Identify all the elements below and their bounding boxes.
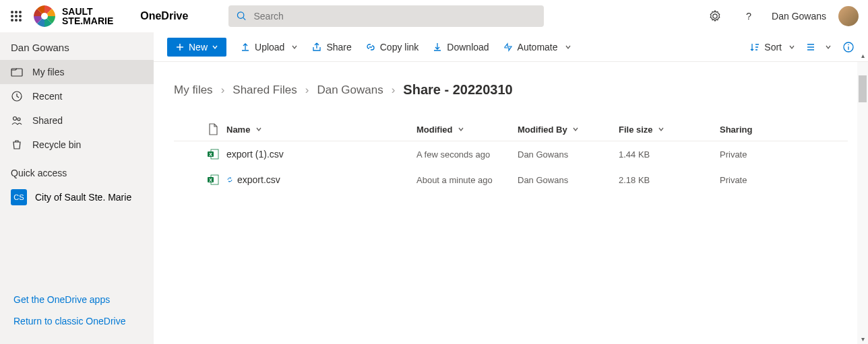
sidebar-item-recent[interactable]: Recent (0, 84, 154, 108)
column-header-name[interactable]: Name (225, 125, 416, 135)
breadcrumb-item[interactable]: Dan Gowans (317, 83, 383, 97)
view-button[interactable] (806, 42, 832, 53)
sync-icon (226, 176, 233, 183)
chevron-down-icon (825, 44, 832, 50)
sidebar-item-recycle-bin[interactable]: Recycle bin (0, 133, 154, 157)
search-input[interactable] (253, 11, 536, 22)
sort-icon (749, 42, 760, 53)
sidebar-item-label: Recent (32, 91, 62, 102)
waffle-icon (11, 11, 22, 22)
search-box[interactable] (228, 5, 544, 27)
sault-logo-icon (32, 4, 57, 28)
file-name[interactable]: export.csv (225, 174, 416, 185)
info-button[interactable] (842, 41, 855, 53)
file-name[interactable]: export (1).csv (225, 149, 416, 160)
search-icon (237, 11, 247, 22)
upload-icon (240, 42, 251, 53)
chevron-down-icon (255, 126, 262, 133)
plus-icon (175, 42, 185, 52)
chevron-down-icon (458, 126, 464, 133)
svg-text:?: ? (746, 11, 751, 22)
file-modified-by: Dan Gowans (518, 175, 619, 185)
header-right: ? Dan Gowans (704, 5, 868, 27)
file-size: 2.18 KB (619, 175, 720, 185)
column-header-modified-by[interactable]: Modified By (518, 125, 619, 135)
file-sharing: Private (720, 175, 801, 185)
svg-text:X: X (209, 152, 212, 157)
sidebar-user-name: Dan Gowans (0, 32, 154, 60)
column-header-file-size[interactable]: File size (619, 125, 720, 135)
chevron-down-icon (658, 126, 664, 133)
header-bar: SAULT STE.MARIE OneDrive ? Dan Gowans (0, 0, 868, 32)
svg-point-0 (41, 13, 48, 20)
quick-access-item[interactable]: CS City of Sault Ste. Marie (0, 184, 154, 211)
file-table: Name Modified Modified By File size (174, 118, 848, 193)
sidebar-item-label: Shared (32, 115, 63, 126)
table-row[interactable]: X export.csv About a minute ago Dan Gowa… (174, 167, 848, 193)
breadcrumb-item[interactable]: My files (174, 83, 213, 97)
table-header: Name Modified Modified By File size (174, 118, 848, 141)
breadcrumb-item[interactable]: Shared Files (232, 83, 297, 97)
classic-link[interactable]: Return to classic OneDrive (0, 310, 154, 332)
cmd-label: Copy link (380, 42, 419, 53)
settings-button[interactable] (704, 5, 726, 27)
file-sharing: Private (720, 149, 801, 160)
new-button[interactable]: New (167, 38, 226, 57)
excel-icon: X (207, 174, 219, 186)
cmd-label: Automate (518, 42, 558, 53)
gear-icon (709, 10, 721, 22)
view-icon (806, 42, 818, 53)
sidebar-item-my-files[interactable]: My files (0, 60, 154, 84)
sort-button[interactable]: Sort (749, 42, 795, 53)
scroll-up-icon[interactable]: ▴ (857, 50, 868, 61)
file-modified: A few seconds ago (416, 149, 518, 160)
help-button[interactable]: ? (738, 5, 760, 27)
new-button-label: New (189, 42, 208, 53)
download-button[interactable]: Download (432, 42, 489, 53)
share-button[interactable]: Share (311, 42, 351, 53)
quick-access-label: City of Sault Ste. Marie (35, 192, 131, 203)
column-type[interactable] (201, 123, 225, 135)
file-modified: About a minute ago (416, 175, 518, 185)
automate-button[interactable]: Automate (503, 42, 571, 53)
copy-link-button[interactable]: Copy link (365, 42, 419, 53)
sidebar-item-shared[interactable]: Shared (0, 108, 154, 133)
cmd-label: Upload (255, 42, 284, 53)
file-size: 1.44 KB (619, 149, 720, 160)
svg-point-1 (238, 12, 244, 18)
svg-text:X: X (209, 178, 212, 182)
sidebar: Dan Gowans My files Recent Shared Recycl… (0, 32, 154, 344)
help-icon: ? (743, 10, 755, 22)
scrollbar[interactable]: ▴ ▾ (857, 62, 868, 344)
chevron-right-icon: › (392, 83, 396, 97)
upload-button[interactable]: Upload (240, 42, 298, 53)
download-icon (432, 42, 443, 53)
cmd-label: Share (326, 42, 351, 53)
sidebar-footer: Get the OneDrive apps Return to classic … (0, 282, 154, 344)
quick-access-header: Quick access (0, 157, 154, 184)
chevron-down-icon (565, 44, 571, 50)
scrollbar-thumb[interactable] (859, 75, 867, 102)
clock-icon (11, 90, 23, 102)
file-type-icon: X (201, 174, 225, 186)
column-header-modified[interactable]: Modified (416, 125, 518, 135)
sidebar-item-label: Recycle bin (32, 139, 81, 150)
org-logo: SAULT STE.MARIE (32, 4, 127, 28)
automate-icon (503, 42, 514, 53)
chevron-down-icon (212, 44, 218, 50)
main-area: New Upload Share Copy link Download (154, 32, 868, 344)
file-icon (208, 123, 218, 135)
chevron-right-icon: › (305, 83, 309, 97)
cmd-label: Download (447, 42, 489, 53)
user-avatar[interactable] (838, 6, 859, 26)
breadcrumb-current: Share - 20220310 (403, 82, 512, 98)
scroll-down-icon[interactable]: ▾ (857, 333, 868, 344)
folder-icon (11, 66, 23, 78)
share-icon (311, 42, 322, 53)
app-name[interactable]: OneDrive (140, 10, 188, 22)
app-launcher-button[interactable] (0, 0, 32, 32)
user-name-label: Dan Gowans (772, 11, 826, 22)
get-apps-link[interactable]: Get the OneDrive apps (0, 289, 154, 310)
table-row[interactable]: X export (1).csv A few seconds ago Dan G… (174, 141, 848, 167)
column-header-sharing[interactable]: Sharing (720, 125, 801, 135)
